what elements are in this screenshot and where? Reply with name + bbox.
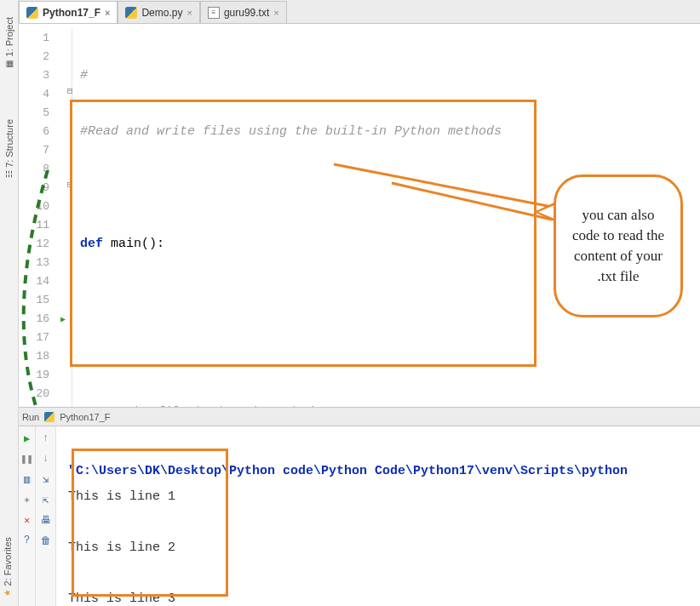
left-tool-sidebar: ▦ 1: Project ☷ 7: Structure [0,0,19,606]
text-file-icon: ≡ [208,7,220,19]
wrap-icon[interactable]: ⇲ [39,472,53,486]
python-file-icon [125,7,137,19]
run-output[interactable]: "C:\Users\DK\Desktop\Python code\Python … [58,426,700,606]
editor-tabs: Python17_F × Demo.py × ≡ guru99.txt × [19,0,700,24]
python-file-icon [26,7,38,19]
close-icon[interactable]: × [273,8,278,18]
project-tool-tab[interactable]: ▦ 1: Project [4,17,14,68]
close-icon[interactable]: × [186,8,192,18]
run-header-label: Run [22,412,39,422]
down-icon[interactable]: ↓ [39,452,53,466]
tab-label: guru99.txt [224,7,269,19]
print-icon[interactable]: 🖶 [39,513,53,527]
output-line: This is line 1 [68,489,175,504]
structure-tool-label: 7: Structure [4,119,14,168]
project-icon: ▦ [4,59,14,68]
tab-guru99[interactable]: ≡ guru99.txt × [200,1,287,23]
output-path: "C:\Users\DK\Desktop\Python code\Python … [68,464,628,478]
structure-icon: ☷ [4,170,14,180]
settings-icon[interactable]: ✶ [20,493,34,506]
tab-label: Demo.py [141,7,182,19]
python-file-icon [44,412,55,422]
callout-bubble: you can also code to read the content of… [554,174,683,317]
help-button[interactable]: ? [20,534,34,547]
fold-icon[interactable]: ⊟ [67,85,73,96]
run-button[interactable]: ▶ [20,432,34,445]
line-gutter: 1 2 3 4 5 6 7 8 9 10 11 12 13 14 15 16 1… [19,24,68,407]
fold-column: ⊟ ⊟ [68,24,80,407]
run-config-name: Python17_F [60,412,110,422]
star-icon: ★ [3,588,13,597]
run-toolbar-primary: ▶ ❚❚ ▥ ✶ ✕ ? [19,426,36,606]
export-icon[interactable]: ⇱ [39,493,53,506]
callout-text: you can also code to read the content of… [568,205,668,286]
tab-python17[interactable]: Python17_F × [19,1,118,23]
tab-demo[interactable]: Demo.py × [118,1,199,23]
favorites-tool-area: ★ 2: Favorites [0,537,19,597]
output-line: This is line 3 [68,592,175,606]
pause-button[interactable]: ❚❚ [20,452,34,466]
close-button[interactable]: ✕ [20,513,34,527]
project-tool-label: 1: Project [4,17,14,56]
favorites-tool-tab[interactable]: ★ 2: Favorites [3,537,13,597]
structure-tool-tab[interactable]: ☷ 7: Structure [4,119,14,180]
run-header: Run Python17_F [19,408,700,426]
run-toolbar-secondary: ↑ ↓ ⇲ ⇱ 🖶 🗑 [36,426,56,606]
run-gutter-icon[interactable]: ▶ [60,311,66,329]
fold-icon[interactable]: ⊟ [67,179,73,190]
tab-label: Python17_F [43,7,100,19]
layout-button[interactable]: ▥ [20,472,34,486]
trash-icon[interactable]: 🗑 [39,534,53,547]
up-icon[interactable]: ↑ [39,432,53,445]
run-tool-window: Run Python17_F ▶ ❚❚ ▥ ✶ ✕ ? ↑ ↓ ⇲ ⇱ 🖶 🗑 … [19,407,700,606]
close-icon[interactable]: × [105,8,110,18]
output-line: This is line 2 [68,540,175,555]
favorites-tool-label: 2: Favorites [3,537,13,586]
